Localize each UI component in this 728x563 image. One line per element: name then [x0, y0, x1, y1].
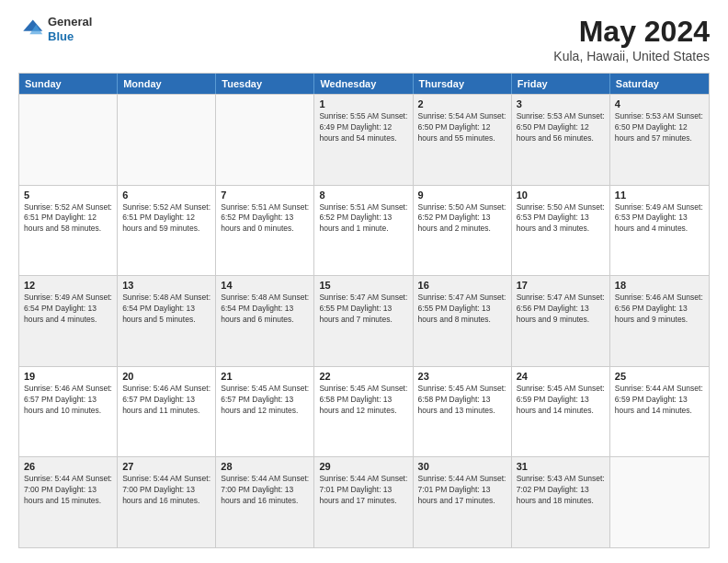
- page: General Blue May 2024 Kula, Hawaii, Unit…: [0, 0, 728, 563]
- week-row-2: 5Sunrise: 5:52 AM Sunset: 6:51 PM Daylig…: [19, 185, 709, 276]
- day-cell-16: 16Sunrise: 5:47 AM Sunset: 6:55 PM Dayli…: [414, 276, 512, 366]
- day-info: Sunrise: 5:53 AM Sunset: 6:50 PM Dayligh…: [615, 111, 704, 144]
- calendar: SundayMondayTuesdayWednesdayThursdayFrid…: [18, 73, 710, 548]
- day-cell-5: 5Sunrise: 5:52 AM Sunset: 6:51 PM Daylig…: [19, 186, 118, 276]
- day-cell-25: 25Sunrise: 5:44 AM Sunset: 6:59 PM Dayli…: [610, 367, 709, 457]
- day-number: 20: [122, 371, 210, 382]
- day-number: 14: [221, 280, 309, 291]
- day-cell-11: 11Sunrise: 5:49 AM Sunset: 6:53 PM Dayli…: [610, 186, 709, 276]
- day-number: 11: [615, 190, 704, 201]
- day-info: Sunrise: 5:46 AM Sunset: 6:57 PM Dayligh…: [122, 384, 210, 417]
- day-cell-20: 20Sunrise: 5:46 AM Sunset: 6:57 PM Dayli…: [118, 367, 216, 457]
- logo: General Blue: [18, 15, 92, 43]
- day-cell-14: 14Sunrise: 5:48 AM Sunset: 6:54 PM Dayli…: [216, 276, 314, 366]
- day-cell-12: 12Sunrise: 5:49 AM Sunset: 6:54 PM Dayli…: [19, 276, 118, 366]
- day-info: Sunrise: 5:48 AM Sunset: 6:54 PM Dayligh…: [221, 293, 309, 326]
- day-info: Sunrise: 5:43 AM Sunset: 7:02 PM Dayligh…: [517, 474, 605, 507]
- day-number: 18: [615, 280, 704, 291]
- day-cell-28: 28Sunrise: 5:44 AM Sunset: 7:00 PM Dayli…: [216, 457, 314, 547]
- day-cell-empty: [19, 95, 118, 185]
- header-day-monday: Monday: [118, 74, 216, 94]
- day-cell-4: 4Sunrise: 5:53 AM Sunset: 6:50 PM Daylig…: [610, 95, 709, 185]
- day-info: Sunrise: 5:47 AM Sunset: 6:56 PM Dayligh…: [517, 293, 605, 326]
- day-number: 30: [418, 461, 506, 472]
- day-cell-8: 8Sunrise: 5:51 AM Sunset: 6:52 PM Daylig…: [314, 186, 413, 276]
- day-cell-10: 10Sunrise: 5:50 AM Sunset: 6:53 PM Dayli…: [512, 186, 610, 276]
- day-info: Sunrise: 5:49 AM Sunset: 6:53 PM Dayligh…: [615, 202, 704, 236]
- header-day-saturday: Saturday: [610, 74, 709, 94]
- day-number: 29: [319, 461, 407, 472]
- day-cell-18: 18Sunrise: 5:46 AM Sunset: 6:56 PM Dayli…: [610, 276, 709, 366]
- logo-icon: [18, 17, 44, 42]
- day-info: Sunrise: 5:44 AM Sunset: 7:00 PM Dayligh…: [122, 474, 210, 507]
- day-cell-23: 23Sunrise: 5:45 AM Sunset: 6:58 PM Dayli…: [414, 367, 512, 457]
- day-info: Sunrise: 5:46 AM Sunset: 6:57 PM Dayligh…: [24, 384, 112, 417]
- day-number: 27: [122, 461, 210, 472]
- logo-text: General Blue: [48, 15, 92, 43]
- day-number: 8: [319, 190, 407, 201]
- header-day-wednesday: Wednesday: [314, 74, 413, 94]
- day-info: Sunrise: 5:45 AM Sunset: 6:58 PM Dayligh…: [418, 384, 506, 417]
- week-row-1: 1Sunrise: 5:55 AM Sunset: 6:49 PM Daylig…: [19, 94, 709, 185]
- day-cell-29: 29Sunrise: 5:44 AM Sunset: 7:01 PM Dayli…: [314, 457, 413, 547]
- day-info: Sunrise: 5:45 AM Sunset: 6:57 PM Dayligh…: [221, 384, 309, 417]
- calendar-subtitle: Kula, Hawaii, United States: [553, 49, 710, 63]
- day-info: Sunrise: 5:47 AM Sunset: 6:55 PM Dayligh…: [319, 293, 407, 326]
- day-cell-empty: [216, 95, 314, 185]
- day-cell-22: 22Sunrise: 5:45 AM Sunset: 6:58 PM Dayli…: [314, 367, 413, 457]
- day-info: Sunrise: 5:55 AM Sunset: 6:49 PM Dayligh…: [319, 111, 407, 144]
- day-cell-6: 6Sunrise: 5:52 AM Sunset: 6:51 PM Daylig…: [118, 186, 216, 276]
- day-cell-9: 9Sunrise: 5:50 AM Sunset: 6:52 PM Daylig…: [414, 186, 512, 276]
- day-cell-31: 31Sunrise: 5:43 AM Sunset: 7:02 PM Dayli…: [512, 457, 610, 547]
- day-cell-21: 21Sunrise: 5:45 AM Sunset: 6:57 PM Dayli…: [216, 367, 314, 457]
- day-number: 4: [615, 98, 704, 109]
- day-number: 3: [517, 98, 605, 109]
- day-cell-1: 1Sunrise: 5:55 AM Sunset: 6:49 PM Daylig…: [314, 95, 413, 185]
- day-info: Sunrise: 5:45 AM Sunset: 6:58 PM Dayligh…: [319, 384, 407, 417]
- day-number: 15: [319, 280, 407, 291]
- day-cell-empty: [118, 95, 216, 185]
- day-number: 28: [221, 461, 309, 472]
- day-number: 23: [418, 371, 506, 382]
- day-info: Sunrise: 5:46 AM Sunset: 6:56 PM Dayligh…: [615, 293, 704, 326]
- day-number: 10: [517, 190, 605, 201]
- week-row-4: 19Sunrise: 5:46 AM Sunset: 6:57 PM Dayli…: [19, 366, 709, 457]
- day-cell-17: 17Sunrise: 5:47 AM Sunset: 6:56 PM Dayli…: [512, 276, 610, 366]
- day-info: Sunrise: 5:51 AM Sunset: 6:52 PM Dayligh…: [319, 202, 407, 236]
- day-cell-27: 27Sunrise: 5:44 AM Sunset: 7:00 PM Dayli…: [118, 457, 216, 547]
- day-info: Sunrise: 5:48 AM Sunset: 6:54 PM Dayligh…: [122, 293, 210, 326]
- day-number: 25: [615, 371, 704, 382]
- day-info: Sunrise: 5:51 AM Sunset: 6:52 PM Dayligh…: [221, 202, 309, 236]
- header-day-sunday: Sunday: [19, 74, 118, 94]
- day-number: 16: [418, 280, 506, 291]
- calendar-header: SundayMondayTuesdayWednesdayThursdayFrid…: [19, 74, 709, 94]
- day-number: 6: [122, 190, 210, 201]
- day-number: 17: [517, 280, 605, 291]
- day-number: 21: [221, 371, 309, 382]
- day-cell-13: 13Sunrise: 5:48 AM Sunset: 6:54 PM Dayli…: [118, 276, 216, 366]
- day-number: 9: [418, 190, 506, 201]
- day-info: Sunrise: 5:44 AM Sunset: 7:00 PM Dayligh…: [221, 474, 309, 507]
- day-number: 24: [517, 371, 605, 382]
- day-info: Sunrise: 5:52 AM Sunset: 6:51 PM Dayligh…: [122, 202, 210, 236]
- day-info: Sunrise: 5:45 AM Sunset: 6:59 PM Dayligh…: [517, 384, 605, 417]
- day-number: 26: [24, 461, 112, 472]
- day-info: Sunrise: 5:47 AM Sunset: 6:55 PM Dayligh…: [418, 293, 506, 326]
- svg-marker-0: [23, 19, 42, 30]
- week-row-3: 12Sunrise: 5:49 AM Sunset: 6:54 PM Dayli…: [19, 275, 709, 366]
- day-info: Sunrise: 5:44 AM Sunset: 7:00 PM Dayligh…: [24, 474, 112, 507]
- header: General Blue May 2024 Kula, Hawaii, Unit…: [18, 15, 710, 63]
- day-cell-3: 3Sunrise: 5:53 AM Sunset: 6:50 PM Daylig…: [512, 95, 610, 185]
- day-cell-15: 15Sunrise: 5:47 AM Sunset: 6:55 PM Dayli…: [314, 276, 413, 366]
- day-info: Sunrise: 5:44 AM Sunset: 7:01 PM Dayligh…: [418, 474, 506, 507]
- day-number: 7: [221, 190, 309, 201]
- logo-general: General: [48, 15, 92, 29]
- day-cell-empty: [610, 457, 709, 547]
- day-number: 2: [418, 98, 506, 109]
- header-day-thursday: Thursday: [414, 74, 512, 94]
- day-number: 5: [24, 190, 112, 201]
- day-info: Sunrise: 5:50 AM Sunset: 6:53 PM Dayligh…: [517, 202, 605, 236]
- calendar-title: May 2024: [553, 15, 710, 49]
- week-row-5: 26Sunrise: 5:44 AM Sunset: 7:00 PM Dayli…: [19, 456, 709, 547]
- day-info: Sunrise: 5:49 AM Sunset: 6:54 PM Dayligh…: [24, 293, 112, 326]
